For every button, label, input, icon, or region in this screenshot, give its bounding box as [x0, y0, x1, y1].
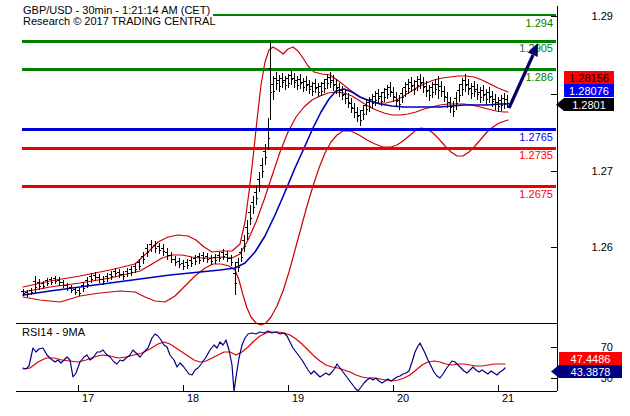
time-axis-label: 20 — [397, 392, 409, 404]
rsi-tag-pointer — [551, 365, 559, 378]
time-axis-label: 18 — [187, 392, 199, 404]
price-axis-label: 1.26 — [592, 241, 613, 253]
support-resistance-lines — [22, 15, 556, 186]
price-tag-value: 1.28076 — [569, 85, 609, 97]
price-tag-value: 1.2801 — [572, 99, 606, 111]
level-label: 1.2675 — [519, 188, 553, 200]
chart-copyright: Research © 2017 TRADING CENTRAL — [23, 15, 216, 27]
axes: 1.291.271.2670301718192021 — [16, 6, 613, 404]
level-label: 1.2765 — [519, 131, 553, 143]
price-tag-value: 1.28156 — [569, 72, 609, 84]
level-label: 1.294 — [525, 17, 553, 29]
time-axis-label: 19 — [292, 392, 304, 404]
rsi-axis-label: 70 — [601, 341, 613, 353]
time-axis-label: 17 — [82, 392, 94, 404]
rsi-indicator-label: RSI14 - 9MA — [22, 326, 85, 338]
chart-canvas: 1.291.271.26703017181920211.2941.29051.2… — [0, 0, 630, 416]
quote-tags: 1.281561.280761.280147.448643.3878 — [551, 71, 622, 378]
level-label: 1.286 — [525, 71, 553, 83]
level-label: 1.2735 — [519, 149, 553, 161]
rsi-tag-value: 43.3878 — [571, 366, 611, 378]
rsi-tag-value: 47.4486 — [571, 353, 611, 365]
price-axis-label: 1.27 — [592, 165, 613, 177]
level-labels: 1.2941.29051.2861.27651.27351.2675 — [519, 17, 553, 200]
trading-central-chart: 1.291.271.26703017181920211.2941.29051.2… — [0, 0, 630, 416]
moving-average-line — [23, 89, 508, 295]
rsi-panel — [23, 331, 505, 391]
price-axis-label: 1.29 — [592, 10, 613, 22]
time-axis-label: 21 — [502, 392, 514, 404]
